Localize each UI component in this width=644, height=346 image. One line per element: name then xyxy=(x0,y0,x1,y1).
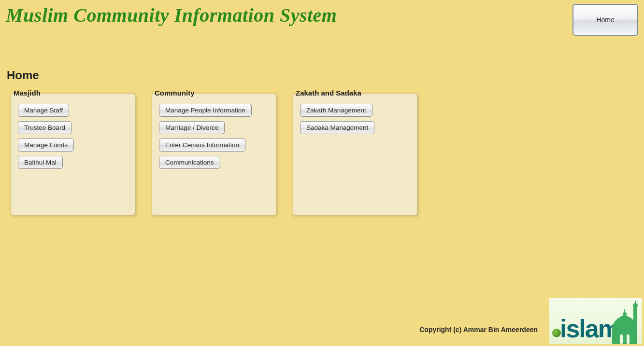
manage-people-information-button[interactable]: Manage People Information xyxy=(159,104,252,117)
enter-census-information-button[interactable]: Enter Census Information xyxy=(159,138,245,152)
svg-rect-5 xyxy=(620,334,623,344)
sadaka-management-button[interactable]: Sadaka Management xyxy=(300,121,374,134)
copyright-text: Copyright (c) Ammar Bin Ameerdeen xyxy=(419,326,538,333)
mosque-icon xyxy=(610,301,641,344)
svg-rect-6 xyxy=(627,334,630,344)
zakath-management-button[interactable]: Zakath Management xyxy=(300,104,372,117)
page-heading: Home xyxy=(7,69,644,82)
panel-legend-masjidh: Masjidh xyxy=(14,89,138,97)
panel-legend-zakath-sadaka: Zakath and Sadaka xyxy=(296,89,420,97)
home-nav-button[interactable]: Home xyxy=(572,4,638,36)
panels-row: Masjidh Manage Staff Trustee Board Manag… xyxy=(0,82,644,215)
manage-funds-button[interactable]: Manage Funds xyxy=(18,138,74,152)
marriage-divorce-button[interactable]: Marriage / Divorce xyxy=(159,121,225,134)
panel-body-masjidh: Manage Staff Trustee Board Manage Funds … xyxy=(11,94,135,215)
manage-staff-button[interactable]: Manage Staff xyxy=(18,104,69,117)
panel-community: Community Manage People Information Marr… xyxy=(152,89,276,215)
panel-masjidh: Masjidh Manage Staff Trustee Board Manag… xyxy=(11,89,135,215)
panel-legend-community: Community xyxy=(155,89,279,97)
panel-body-community: Manage People Information Marriage / Div… xyxy=(152,94,276,215)
trustee-board-button[interactable]: Trustee Board xyxy=(18,121,72,134)
footer: Copyright (c) Ammar Bin Ameerdeen islam xyxy=(0,298,644,346)
app-title: Muslim Community Information System xyxy=(6,4,337,27)
panel-zakath-sadaka: Zakath and Sadaka Zakath Management Sada… xyxy=(293,89,417,215)
svg-point-1 xyxy=(633,303,638,308)
communications-button[interactable]: Communications xyxy=(159,156,220,169)
panel-body-zakath-sadaka: Zakath Management Sadaka Management xyxy=(293,94,417,215)
svg-rect-4 xyxy=(624,309,625,313)
svg-rect-2 xyxy=(635,301,636,304)
baithul-mal-button[interactable]: Baithul Mal xyxy=(18,156,63,169)
islam-logo: islam xyxy=(549,298,642,344)
